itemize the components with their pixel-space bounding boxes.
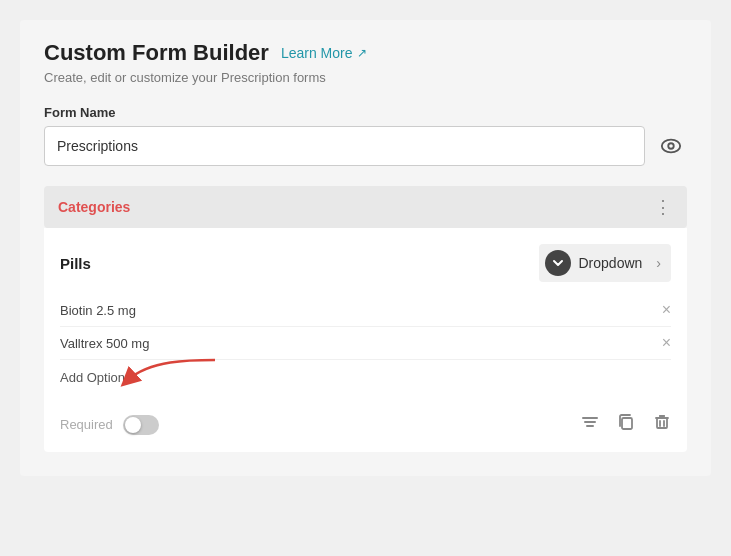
svg-rect-6	[622, 418, 632, 429]
required-toggle[interactable]	[123, 415, 159, 435]
required-row: Required	[60, 415, 159, 435]
custom-form-builder: Custom Form Builder Learn More ↗ Create,…	[20, 20, 711, 476]
toggle-knob	[125, 417, 141, 433]
dropdown-circle-icon	[545, 250, 571, 276]
dropdown-chevron-icon: ›	[656, 255, 661, 271]
svg-point-1	[668, 143, 674, 149]
option-row: Valltrex 500 mg ×	[60, 327, 671, 360]
external-link-icon: ↗	[357, 46, 367, 60]
form-card: Pills Dropdown › Biotin 2.5 mg × Valltre…	[44, 228, 687, 452]
page-subtitle: Create, edit or customize your Prescript…	[44, 70, 687, 85]
form-name-row	[44, 126, 687, 166]
trash-icon[interactable]	[653, 413, 671, 436]
learn-more-link[interactable]: Learn More ↗	[281, 45, 367, 61]
more-options-icon[interactable]: ⋮	[654, 196, 673, 218]
option-row: Biotin 2.5 mg ×	[60, 294, 671, 327]
categories-bar: Categories ⋮	[44, 186, 687, 228]
pills-row: Pills Dropdown ›	[60, 244, 671, 282]
form-name-input[interactable]	[44, 126, 645, 166]
option-text-1: Biotin 2.5 mg	[60, 303, 136, 318]
copy-icon[interactable]	[617, 413, 635, 436]
svg-point-0	[662, 140, 680, 153]
dropdown-label: Dropdown	[579, 255, 643, 271]
page-title: Custom Form Builder	[44, 40, 269, 66]
option-text-2: Valltrex 500 mg	[60, 336, 149, 351]
add-option-button[interactable]: Add Option	[60, 370, 125, 385]
svg-rect-7	[657, 418, 667, 428]
footer-row: Required	[60, 405, 671, 436]
add-option-row: Add Option	[60, 360, 671, 389]
required-label: Required	[60, 417, 113, 432]
dropdown-button[interactable]: Dropdown ›	[539, 244, 672, 282]
form-name-label: Form Name	[44, 105, 687, 120]
pills-label: Pills	[60, 255, 91, 272]
categories-label: Categories	[58, 199, 130, 215]
filter-icon[interactable]	[581, 413, 599, 436]
page-header: Custom Form Builder Learn More ↗	[44, 40, 687, 66]
eye-icon[interactable]	[655, 130, 687, 162]
remove-option-2-button[interactable]: ×	[662, 335, 671, 351]
remove-option-1-button[interactable]: ×	[662, 302, 671, 318]
footer-icons	[581, 413, 671, 436]
learn-more-label: Learn More	[281, 45, 353, 61]
